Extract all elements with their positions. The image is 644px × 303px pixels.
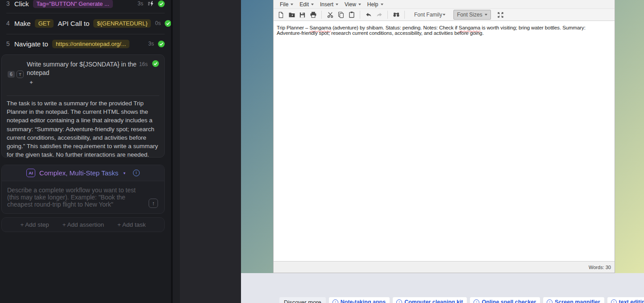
menu-edit[interactable]: Edit [297,1,318,8]
success-check-icon [158,41,165,47]
complex-tasks-header[interactable]: AI Complex, Multi-Step Tasks ▾ i [2,165,164,181]
step-number: 3 [6,0,10,7]
info-icon[interactable]: i [133,170,140,176]
browser-viewport: File Edit Insert View Help [241,0,644,303]
toolbar-separator [387,11,388,19]
editor-menubar: File Edit Insert View Help [274,0,615,9]
step-action-label: Click [14,0,29,8]
link-online-spell-checker[interactable]: ↑Online spell checker [470,297,540,303]
menu-insert[interactable]: Insert [318,1,342,8]
step-title: Write summary for ${JSONDATA} in the not… [27,60,138,77]
task-description-input[interactable]: Describe a complete workflow you want to… [7,187,137,208]
add-actions-bar: + Add step + Add assertion + Add task [1,217,165,232]
divider [7,95,159,96]
step-row-3[interactable]: 3 Click Tag="BUTTON" Generate ... 3s [0,0,171,8]
lightning-icon [147,0,154,7]
undo-icon[interactable] [365,11,372,19]
toolbar-separator [360,11,360,19]
link-note-taking-apps[interactable]: ↑Note-taking apps [329,297,390,303]
step-duration: 3s [148,41,154,47]
submit-task-button[interactable]: ↑ [149,199,158,208]
chevron-down-icon[interactable]: ▾ [123,171,125,175]
cut-icon[interactable] [326,11,334,19]
complex-tasks-panel: AI Complex, Multi-Step Tasks ▾ i Describ… [1,165,165,214]
chevron-down-icon [485,14,487,16]
chevron-down-icon [381,4,383,5]
link-computer-cleaning-kit[interactable]: ↑Computer cleaning kit [393,297,467,303]
divider [6,34,165,34]
redo-icon[interactable] [375,11,383,19]
font-sizes-dropdown[interactable]: Font Sizes [453,10,491,20]
menu-view[interactable]: View [342,1,365,8]
chevron-down-icon [311,4,314,5]
new-document-icon[interactable] [277,11,285,19]
panel-gutter [173,0,180,303]
word-count: Words: 30 [589,265,611,270]
step-number: 5 [6,40,10,47]
link-screen-magnifier[interactable]: ↑Screen magnifier [543,297,604,303]
menu-file[interactable]: File [278,1,297,8]
arrow-up-circle-icon: ↑ [332,299,338,303]
arrow-up-circle-icon: ↑ [396,299,402,303]
chevron-down-icon [358,4,361,5]
ai-badge-icon: AI [26,169,35,177]
misspelled-word: Sangama [310,25,332,30]
discover-more-label: Discover more [279,297,326,303]
arrow-up-circle-icon: ↑ [547,299,553,303]
browser-background [180,0,241,303]
step-number: 4 [6,20,10,27]
link-text-editing[interactable]: ↑text editing [607,297,644,303]
discover-links-row: Discover more ↑Note-taking apps ↑Compute… [279,297,644,303]
task-type-badge: T [17,71,24,78]
print-icon[interactable] [309,11,317,19]
find-replace-icon[interactable] [392,11,400,19]
sparkle-icon: ✦ [29,79,33,86]
step-action-label: Make [14,20,31,27]
toolbar-separator [404,11,405,19]
agent-reasoning-text: The task is to write a summary for the p… [7,99,159,159]
editor-toolbar: Font Family Font Sizes [274,9,615,21]
font-family-dropdown[interactable]: Font Family [411,10,449,19]
divider [6,13,165,13]
add-task-button[interactable]: + Add task [117,221,145,228]
chevron-down-icon [336,4,338,5]
http-method-badge[interactable]: GET [35,19,54,28]
success-check-icon [152,60,159,67]
chevron-down-icon [443,14,445,16]
app-root: 3 Click Tag="BUTTON" Generate ... 3s 4 M… [0,0,644,303]
step-action-label: Navigate to [14,40,48,48]
step-row-5[interactable]: 5 Navigate to https://onlinenotepad.org/… [0,37,171,50]
step-duration: 0s [155,20,161,26]
test-steps-sidebar: 3 Click Tag="BUTTON" Generate ... 3s 4 M… [0,0,171,303]
open-document-icon[interactable] [288,11,295,19]
step-action-text: API Call to [58,20,89,27]
add-step-button[interactable]: + Add step [20,221,49,228]
step-row-4[interactable]: 4 Make GET API Call to ${GENRATEDURL} 0s [0,17,171,29]
save-icon[interactable] [299,11,306,19]
paste-icon[interactable] [348,11,355,19]
discover-links-section: Discover more ↑Note-taking apps ↑Compute… [241,273,644,303]
fullscreen-icon[interactable] [497,11,504,19]
editor-statusbar: Words: 30 [274,261,615,273]
notepad-editor-panel: File Edit Insert View Help [273,0,615,273]
url-variable-badge[interactable]: ${GENRATEDURL} [93,19,151,28]
complex-tasks-title: Complex, Multi-Step Tasks [39,169,118,177]
url-badge[interactable]: https://onlinenotepad.org/... [52,40,130,48]
success-check-icon [165,20,171,27]
step-number-badge: 6 [8,71,15,78]
step-duration: 3s [137,0,143,7]
selector-badge[interactable]: Tag="BUTTON" Generate ... [33,0,113,8]
toolbar-separator [321,11,322,19]
menu-help[interactable]: Help [365,1,387,8]
chevron-down-icon [291,4,293,5]
add-assertion-button[interactable]: + Add assertion [62,221,104,228]
misspelled-word: Sangama [459,25,481,30]
arrow-up-circle-icon: ↑ [611,299,617,303]
editor-text-area[interactable]: Trip Planner – Sangama (adventure) by sh… [274,21,615,36]
step-card-6[interactable]: Write summary for ${JSONDATA} in the not… [1,54,165,158]
arrow-up-circle-icon: ↑ [474,299,479,303]
arrow-up-icon: ↑ [152,200,155,207]
success-check-icon [158,0,165,7]
step-duration: 16s [139,61,148,67]
copy-icon[interactable] [337,11,345,19]
